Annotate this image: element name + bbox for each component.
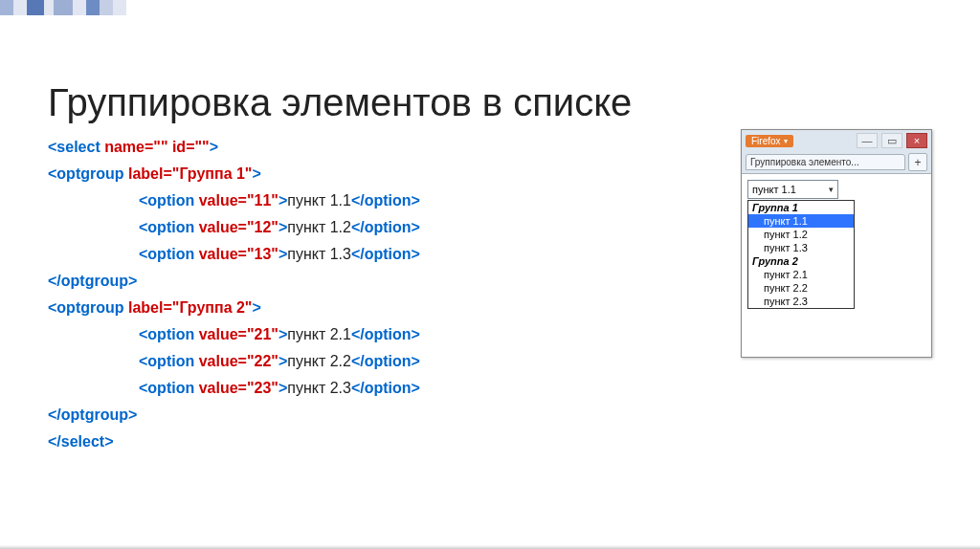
code-line: <option value="12">пункт 1.2</option> (48, 214, 584, 241)
code-line: </optgroup> (48, 402, 584, 428)
code-line: <optgroup label="Группа 2"> (48, 295, 584, 321)
slide-title: Группировка элементов в списке (48, 81, 632, 124)
select-combobox[interactable]: пункт 1.1 ▾ (747, 180, 838, 199)
code-line: <option value="21">пункт 2.1</option> (48, 321, 584, 348)
dropdown-option[interactable]: пункт 2.3 (748, 295, 854, 308)
slide-bottom-shadow (0, 545, 980, 549)
dropdown-option[interactable]: пункт 1.3 (748, 241, 854, 254)
dropdown-option[interactable]: пункт 2.2 (748, 281, 854, 295)
tabbar: Группировка элементо... + (742, 151, 931, 173)
dropdown-list: Группа 1 пункт 1.1 пункт 1.2 пункт 1.3 Г… (747, 200, 855, 309)
code-line: <option value="13">пункт 1.3</option> (48, 241, 584, 268)
code-line: <option value="11">пункт 1.1</option> (48, 187, 584, 214)
deco-pattern (0, 0, 126, 15)
code-line: </select> (48, 428, 584, 455)
maximize-button[interactable]: ▭ (881, 133, 902, 148)
optgroup-label: Группа 2 (748, 254, 854, 268)
code-line: <option value="22">пункт 2.2</option> (48, 348, 584, 375)
firefox-menu-button[interactable]: Firefox ▾ (746, 135, 793, 147)
dropdown-option[interactable]: пункт 1.2 (748, 228, 854, 241)
close-button[interactable]: × (906, 133, 927, 148)
dropdown-option[interactable]: пункт 1.1 (748, 214, 854, 228)
chevron-down-icon: ▾ (784, 137, 788, 145)
browser-tab[interactable]: Группировка элементо... (746, 154, 905, 170)
combobox-value: пункт 1.1 (752, 184, 796, 195)
page-content: пункт 1.1 ▾ Группа 1 пункт 1.1 пункт 1.2… (742, 173, 931, 357)
browser-window: Firefox ▾ — ▭ × Группировка элементо... … (741, 129, 932, 358)
new-tab-button[interactable]: + (908, 153, 927, 171)
code-line: </optgroup> (48, 268, 584, 295)
code-line: <select name="" id=""> (48, 134, 584, 161)
chevron-down-icon: ▾ (829, 185, 834, 194)
minimize-button[interactable]: — (857, 133, 878, 148)
dropdown-option[interactable]: пункт 2.1 (748, 268, 854, 281)
code-line: <option value="23">пункт 2.3</option> (48, 375, 584, 402)
code-line: <optgroup label="Группа 1"> (48, 161, 584, 187)
code-block: <select name="" id=""> <optgroup label="… (48, 134, 584, 455)
firefox-label: Firefox (751, 136, 781, 146)
titlebar: Firefox ▾ — ▭ × (742, 130, 931, 151)
optgroup-label: Группа 1 (748, 201, 854, 214)
